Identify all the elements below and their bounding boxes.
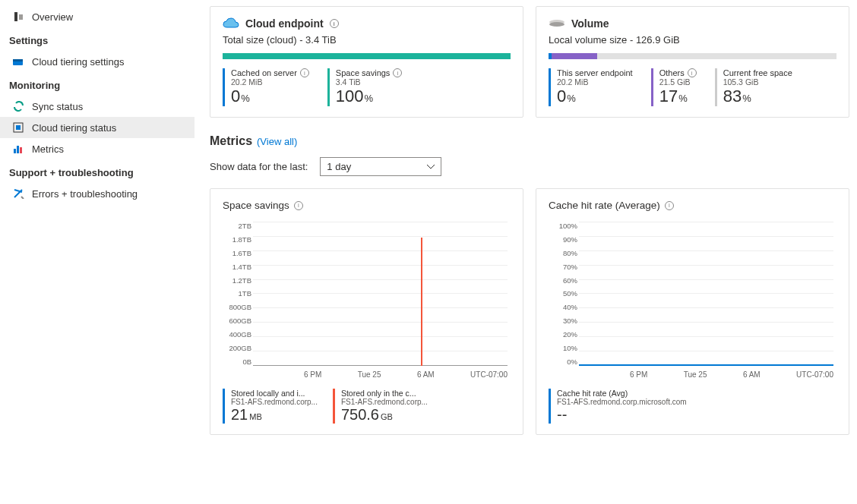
- nav-section-support: Support + troubleshooting: [0, 159, 194, 183]
- nav-label: Sync status: [32, 101, 83, 112]
- info-icon[interactable]: i: [330, 19, 339, 28]
- filter-label: Show data for the last:: [210, 161, 308, 172]
- svg-point-10: [549, 22, 564, 27]
- nav-metrics[interactable]: Metrics: [0, 138, 194, 159]
- nav-cloud-tiering-settings[interactable]: Cloud tiering settings: [0, 51, 194, 72]
- metrics-section: Metrics (View all): [210, 134, 849, 148]
- nav-label: Metrics: [32, 143, 64, 155]
- stat-free-space: Current free space 105.3 GiB 83%: [715, 68, 792, 106]
- nav-label: Overview: [32, 11, 73, 23]
- legend-stored-cloud: Stored only in the c... FS1-AFS.redmond.…: [333, 389, 428, 424]
- svg-rect-3: [13, 59, 23, 61]
- sync-icon: [12, 100, 24, 112]
- metrics-icon: [12, 143, 24, 155]
- volume-card-title: Volume: [571, 17, 609, 30]
- view-all-link[interactable]: (View all): [257, 136, 297, 147]
- volume-card-subtitle: Local volume size - 126.9 GiB: [549, 34, 836, 46]
- info-icon[interactable]: i: [688, 68, 697, 77]
- cloud-icon: [223, 17, 239, 30]
- legend-stored-locally: Stored locally and i... FS1-AFS.redmond.…: [223, 389, 318, 424]
- info-icon[interactable]: i: [300, 68, 309, 77]
- info-icon[interactable]: i: [665, 201, 674, 210]
- stat-others: Othersi 21.5 GiB 17%: [651, 68, 697, 106]
- nav-label: Cloud tiering status: [32, 122, 116, 134]
- cloud-size-bar: [223, 53, 511, 59]
- chart-cache-hit-rate: Cache hit rate (Average) i 100% 90% 80% …: [536, 188, 849, 435]
- stat-space-savings: Space savingsi 3.4 TiB 100%: [327, 68, 403, 106]
- stat-cached: Cached on serveri 20.2 MiB 0%: [223, 68, 309, 106]
- nav-cloud-tiering-status[interactable]: Cloud tiering status: [0, 117, 194, 138]
- chart-space-savings: Space savings i 2TB 1.8TB 1.6TB 1.4TB 1.…: [210, 188, 523, 435]
- cloud-card-title: Cloud endpoint: [245, 17, 324, 30]
- chart-plot-area[interactable]: 2TB 1.8TB 1.6TB 1.4TB 1.2TB 1TB 800GB 60…: [253, 222, 508, 381]
- chart-flatline: [579, 364, 833, 366]
- nav-overview[interactable]: Overview: [0, 6, 194, 27]
- main-content: Cloud endpoint i Total size (cloud) - 3.…: [194, 0, 857, 504]
- svg-rect-6: [14, 149, 16, 153]
- cloud-settings-icon: [12, 55, 24, 68]
- troubleshoot-icon: [12, 187, 24, 200]
- cloud-endpoint-card: Cloud endpoint i Total size (cloud) - 3.…: [210, 6, 523, 118]
- info-icon[interactable]: i: [294, 201, 303, 210]
- chart-spike: [421, 238, 422, 366]
- nav-errors-troubleshoot[interactable]: Errors + troubleshooting: [0, 183, 194, 204]
- info-icon[interactable]: i: [393, 68, 402, 77]
- sidebar: Overview Settings Cloud tiering settings…: [0, 0, 194, 504]
- volume-card: Volume Local volume size - 126.9 GiB Thi…: [536, 6, 849, 118]
- legend-cache-hit: Cache hit rate (Avg) FS1-AFS.redmond.cor…: [549, 389, 687, 424]
- cloud-card-subtitle: Total size (cloud) - 3.4 TiB: [223, 34, 511, 46]
- volume-size-bar: [549, 53, 836, 59]
- svg-rect-7: [17, 146, 19, 153]
- svg-rect-1: [19, 14, 23, 20]
- stat-this-endpoint: This server endpoint 20.2 MiB 0%: [549, 68, 633, 106]
- volume-icon: [549, 18, 565, 29]
- time-range-select[interactable]: 1 day: [320, 157, 441, 176]
- nav-label: Cloud tiering settings: [32, 56, 124, 68]
- chevron-down-icon: [427, 165, 435, 169]
- nav-label: Errors + troubleshooting: [32, 188, 138, 200]
- nav-section-settings: Settings: [0, 27, 194, 51]
- nav-section-monitoring: Monitoring: [0, 72, 194, 96]
- nav-sync-status[interactable]: Sync status: [0, 96, 194, 117]
- svg-rect-5: [16, 125, 21, 130]
- overview-icon: [12, 11, 24, 23]
- svg-rect-8: [20, 147, 22, 153]
- svg-rect-0: [14, 12, 17, 21]
- chart-plot-area[interactable]: 100% 90% 80% 70% 60% 50% 40% 30% 20% 10%…: [579, 222, 833, 381]
- tiering-status-icon: [12, 121, 24, 134]
